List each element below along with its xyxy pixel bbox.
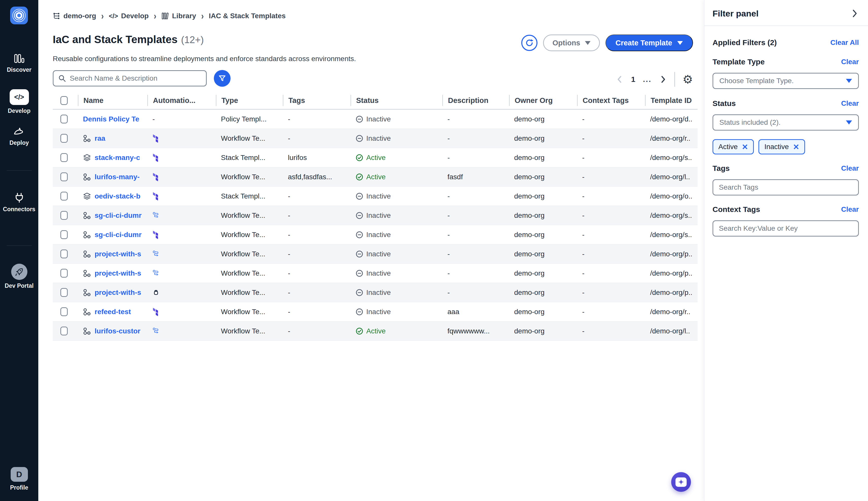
template-name-link[interactable]: Dennis Policy Te — [78, 115, 147, 123]
row-checkbox[interactable] — [60, 192, 68, 201]
table-row[interactable]: raa - — [53, 129, 698, 148]
clear-all-link[interactable]: Clear All — [830, 39, 859, 47]
table-row[interactable]: sg-cli-ci-dumr - — [53, 206, 698, 225]
avatar: D — [11, 467, 28, 482]
column-header-automation[interactable]: Automatio... — [147, 95, 216, 106]
row-checkbox[interactable] — [60, 327, 68, 335]
table-row[interactable]: sg-cli-ci-dumr - — [53, 225, 698, 244]
filter-panel-title: Filter panel — [712, 9, 759, 19]
column-header-description[interactable]: Description — [442, 95, 509, 106]
create-template-button[interactable]: Create Template — [605, 34, 693, 51]
table-settings-gear-icon[interactable]: ⚙ — [682, 74, 693, 85]
automation-cell: - — [147, 173, 216, 181]
template-name-link[interactable]: project-with-s — [78, 269, 147, 277]
template-name-link[interactable]: project-with-s — [78, 289, 147, 297]
row-checkbox[interactable] — [60, 269, 68, 278]
select-all-checkbox[interactable] — [60, 96, 68, 105]
template-name-link[interactable]: raa — [78, 135, 147, 142]
table-row[interactable]: project-with-s - — [53, 244, 698, 264]
table-row[interactable]: lurifos-custor - — [53, 321, 698, 341]
table-row[interactable]: project-with-s - — [53, 264, 698, 283]
table-row[interactable]: stack-many-c - — [53, 148, 698, 167]
column-header-type[interactable]: Type — [216, 95, 283, 106]
tags-cell: - — [283, 269, 351, 277]
sidebar-item-profile[interactable]: D Profile — [0, 467, 38, 491]
row-checkbox[interactable] — [60, 249, 68, 258]
template-name-link[interactable]: lurifos-custor — [78, 327, 147, 335]
refresh-button[interactable] — [521, 35, 538, 51]
table-row[interactable]: lurifos-many- - — [53, 167, 698, 186]
column-header-tags[interactable]: Tags — [283, 95, 351, 106]
clear-status-link[interactable]: Clear — [841, 99, 859, 107]
template-name-link[interactable]: stack-many-c — [78, 154, 147, 162]
breadcrumb-develop[interactable]: </> Develop — [109, 12, 149, 20]
sidebar-item-deploy[interactable]: Deploy — [0, 126, 38, 146]
template-id-cell: /demo-org/l.. — [645, 327, 698, 335]
column-header-owner-org[interactable]: Owner Org — [509, 95, 577, 106]
row-checkbox[interactable] — [60, 115, 68, 124]
search-icon — [58, 74, 66, 82]
clear-tags-link[interactable]: Clear — [841, 164, 859, 172]
table-row[interactable]: refeed-test - — [53, 302, 698, 321]
next-page-button[interactable] — [659, 75, 667, 84]
filter-panel: Filter panel Applied Filters (2) Clear A… — [704, 0, 868, 501]
template-name-link[interactable]: sg-cli-ci-dumr — [78, 212, 147, 220]
options-button[interactable]: Options — [543, 34, 600, 51]
template-name-link[interactable]: project-with-s — [78, 250, 147, 258]
template-type-select[interactable]: Choose Template Type. — [712, 73, 859, 89]
template-name-link[interactable]: oediv-stack-b — [78, 192, 147, 200]
row-checkbox[interactable] — [60, 307, 68, 316]
template-name-link[interactable]: sg-cli-ci-dumr — [78, 231, 147, 239]
tags-search-input[interactable] — [712, 179, 859, 195]
sidebar-item-discover[interactable]: Discover — [0, 54, 38, 73]
row-checkbox[interactable] — [60, 153, 68, 162]
breadcrumb-library[interactable]: Library — [161, 12, 196, 20]
breadcrumb-org[interactable]: demo-org — [53, 12, 96, 20]
row-checkbox[interactable] — [60, 230, 68, 239]
sidebar-item-develop[interactable]: </> Develop — [0, 89, 38, 114]
current-page[interactable]: 1 — [631, 75, 635, 84]
row-checkbox[interactable] — [60, 211, 68, 220]
workflow-icon — [83, 269, 91, 277]
row-checkbox[interactable] — [60, 288, 68, 297]
template-name-link[interactable]: refeed-test — [78, 308, 147, 316]
search-input[interactable] — [70, 74, 201, 82]
clear-template-type-link[interactable]: Clear — [841, 58, 859, 66]
sidebar-divider — [7, 245, 32, 246]
type-cell: Workflow Te... — [216, 289, 283, 297]
column-header-template-id[interactable]: Template ID — [645, 95, 698, 106]
table-row[interactable]: project-with-s - — [53, 283, 698, 302]
terraform-icon — [152, 231, 160, 239]
template-name-link[interactable]: lurifos-many- — [78, 173, 147, 181]
description-cell: aaa — [442, 308, 509, 316]
prev-page-button[interactable] — [616, 75, 624, 84]
app-logo[interactable] — [10, 7, 28, 24]
column-header-status[interactable]: Status — [351, 95, 442, 106]
row-checkbox[interactable] — [60, 134, 68, 143]
status-cell: Inactive — [351, 269, 442, 277]
table-row[interactable]: oediv-stack-b - — [53, 186, 698, 206]
table-row[interactable]: Dennis Policy Te - — [53, 109, 698, 129]
owner-org-cell: demo-org — [509, 192, 577, 200]
row-checkbox[interactable] — [60, 172, 68, 181]
status-select[interactable]: Status included (2). — [712, 114, 859, 130]
column-header-name[interactable]: Name — [78, 95, 147, 106]
breadcrumb-label: demo-org — [63, 12, 96, 20]
remove-chip-icon[interactable]: ✕ — [793, 142, 799, 151]
column-header-context-tags[interactable]: Context Tags — [577, 95, 645, 106]
active-status-icon — [356, 154, 363, 161]
remove-chip-icon[interactable]: ✕ — [742, 142, 748, 151]
ai-assistant-button[interactable] — [671, 472, 691, 492]
owner-org-cell: demo-org — [509, 289, 577, 297]
filter-button[interactable] — [214, 70, 231, 87]
page-title: IaC and Stack Templates — [53, 33, 178, 46]
sidebar-label: Profile — [10, 484, 29, 491]
sidebar-item-connectors[interactable]: Connectors — [0, 192, 38, 213]
template-id-cell: /demo-org/l.. — [645, 173, 698, 181]
context-tags-search-input[interactable] — [712, 220, 859, 236]
sidebar-item-dev-portal[interactable]: Dev Portal — [0, 264, 38, 289]
status-badge: Inactive — [366, 250, 391, 258]
template-name: oediv-stack-b — [95, 192, 140, 200]
collapse-panel-button[interactable] — [850, 9, 859, 18]
clear-context-tags-link[interactable]: Clear — [841, 205, 859, 213]
